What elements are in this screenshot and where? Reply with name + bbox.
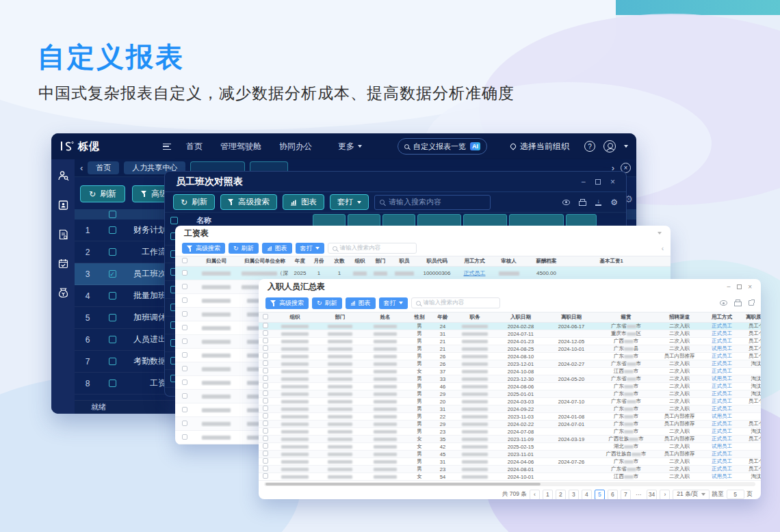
row-checkbox[interactable]	[263, 436, 268, 441]
row-checkbox[interactable]	[263, 353, 268, 358]
employment-type-link[interactable]: 正式员工	[464, 270, 486, 276]
nav-more[interactable]: 更多	[338, 141, 362, 152]
prev-page-button[interactable]: ‹	[530, 490, 540, 500]
row-checkbox[interactable]	[182, 297, 187, 303]
row-checkbox[interactable]	[263, 338, 268, 343]
row-checkbox[interactable]	[263, 451, 268, 456]
print-template-button[interactable]: 套打	[296, 243, 324, 254]
table-row[interactable]: 女542024-10-01江西市二次入职试用员工淘汰	[259, 473, 761, 481]
page-button[interactable]: 1	[543, 490, 553, 500]
table-row[interactable]: 女372024-10-08江西市二次入职正式员工	[259, 368, 761, 375]
table-row[interactable]: 男262023-12-012024-02-27广东省市二次入职正式员工淘汰	[259, 360, 761, 368]
sidebar-item-salary[interactable]	[58, 287, 68, 298]
page-button[interactable]: 7	[621, 490, 631, 500]
window-titlebar[interactable]: 入职人员汇总表 − ×	[259, 279, 761, 294]
page-button[interactable]: 2	[556, 490, 566, 500]
next-page-button[interactable]: ›	[660, 490, 670, 500]
row-checkbox[interactable]	[263, 405, 268, 411]
table-search-input[interactable]: 请输入搜索内容	[411, 297, 500, 308]
row-checkbox[interactable]	[109, 226, 116, 234]
window-titlebar[interactable]: 工资表	[175, 226, 671, 241]
row-checkbox[interactable]	[182, 366, 187, 371]
row-checkbox[interactable]	[182, 270, 187, 276]
row-checkbox[interactable]	[109, 248, 116, 256]
table-row[interactable]: 男312024-07-11重庆市区二次入职正式员工员工个	[259, 330, 761, 338]
chevron-down-icon[interactable]	[658, 232, 662, 235]
table-search-input[interactable]: 请输入搜索内容	[374, 195, 491, 210]
advanced-search-button[interactable]: 高级搜索	[182, 243, 225, 254]
print-template-button[interactable]: 套打	[379, 297, 408, 309]
row-checkbox[interactable]	[182, 338, 187, 344]
row-checkbox[interactable]	[263, 368, 268, 373]
table-row[interactable]: 男242024-02-282024-06-17广东省市二次入职正式员工员工个	[259, 323, 761, 330]
row-checkbox[interactable]	[263, 360, 268, 366]
row-checkbox[interactable]	[263, 458, 268, 464]
download-icon[interactable]: ↓	[595, 198, 601, 205]
row-checkbox[interactable]	[263, 421, 268, 426]
horizontal-scrollbar[interactable]	[259, 481, 761, 487]
row-checkbox[interactable]	[263, 383, 268, 388]
table-row[interactable]: 男452023-11-01广西壮族自市员工内部推荐正式员工	[259, 451, 761, 458]
nav-home[interactable]: 首页	[186, 141, 203, 152]
header-checkbox[interactable]	[182, 258, 187, 263]
row-checkbox[interactable]	[263, 345, 268, 351]
header-checkbox[interactable]	[263, 314, 268, 319]
scroll-left-hint-icon[interactable]: ‹	[662, 245, 664, 252]
table-row[interactable]: 女422025-02-15湖北市二次入职试用员工	[259, 443, 761, 451]
row-checkbox[interactable]	[263, 390, 268, 396]
table-row[interactable]: 男222023-11-032024-01-08广东市员工内部推荐试用员工	[259, 413, 761, 421]
printer-icon[interactable]	[734, 300, 742, 306]
sidebar-item-reports[interactable]	[58, 229, 68, 240]
table-row[interactable]: 男262024-08-10广东市员工内部推荐正式员工员工个	[259, 353, 761, 360]
row-checkbox[interactable]	[182, 352, 187, 358]
advanced-search-button[interactable]: 高级搜索	[220, 194, 277, 210]
visibility-icon[interactable]	[720, 300, 727, 306]
row-checkbox[interactable]	[263, 330, 268, 336]
page-button[interactable]: 5	[595, 490, 605, 500]
row-checkbox[interactable]: ✓	[109, 270, 116, 278]
collapse-sidebar-icon[interactable]	[163, 144, 171, 150]
chart-button[interactable]: 图表	[262, 243, 292, 254]
nav-dashboard[interactable]: 管理驾驶舱	[220, 141, 261, 152]
table-row[interactable]: 男312024-04-062024-07-26广东市二次入职正式员工员工个	[259, 458, 761, 466]
table-row[interactable]: 女352023-11-092024-03-19广西壮族市员工内部推荐正式员工员工…	[259, 436, 761, 443]
page-size-select[interactable]: 21 条/页	[673, 490, 709, 500]
gear-icon[interactable]: ⚙	[610, 198, 618, 207]
nav-collaboration[interactable]: 协同办公	[279, 141, 312, 152]
row-checkbox[interactable]	[182, 421, 187, 426]
table-row[interactable]: 男332023-12-302024-05-20广东省市二次入职试用员工淘汰	[259, 375, 761, 383]
app-logo[interactable]: 栎偲	[60, 140, 100, 153]
sidebar-item-files[interactable]	[58, 200, 68, 211]
sidebar-item-attendance[interactable]	[58, 258, 68, 269]
row-checkbox[interactable]	[263, 443, 268, 449]
window-titlebar[interactable]: 员工班次对照表 − ×	[165, 172, 626, 192]
row-checkbox[interactable]	[182, 311, 187, 317]
row-checkbox[interactable]	[263, 473, 268, 479]
row-checkbox[interactable]	[263, 428, 268, 434]
expand-icon[interactable]	[749, 300, 754, 306]
chevron-down-icon[interactable]	[624, 145, 628, 148]
table-row[interactable]: 男202024-03-032024-07-10广东省市二次入职正式员工员工个	[259, 398, 761, 405]
page-button[interactable]: 4	[582, 490, 592, 500]
row-checkbox[interactable]	[263, 375, 268, 381]
header-checkbox[interactable]	[109, 211, 116, 218]
tabs-scroll-left-icon[interactable]: ‹	[80, 163, 83, 172]
row-checkbox[interactable]	[182, 325, 187, 330]
minimize-icon[interactable]: −	[581, 177, 586, 187]
refresh-button[interactable]: ↻ 刷新	[229, 243, 259, 254]
maximize-icon[interactable]	[737, 284, 742, 289]
table-row[interactable]: 男232024-07-08广东市二次入职正式员工淘汰	[259, 428, 761, 436]
maximize-icon[interactable]	[595, 179, 601, 185]
row-checkbox[interactable]	[109, 314, 116, 321]
org-selector[interactable]: 选择当前组织	[510, 141, 569, 152]
print-template-button[interactable]: 套打	[330, 194, 369, 210]
minimize-icon[interactable]: −	[727, 283, 731, 291]
header-checkbox[interactable]	[170, 217, 178, 224]
table-row[interactable]: 男312024-09-22广东市二次入职正式员工	[259, 405, 761, 413]
last-page-button[interactable]: 34	[647, 490, 657, 500]
row-checkbox[interactable]	[109, 292, 116, 300]
refresh-button[interactable]: ↻ 刷新	[173, 194, 215, 210]
table-row[interactable]: 男212024-01-232024-12-05广西市二次入职正式员工员工个	[259, 338, 761, 345]
table-row[interactable]: 男212024-08-252024-10-01广东县二次入职试用员工员工个	[259, 345, 761, 353]
row-checkbox[interactable]	[109, 380, 116, 387]
